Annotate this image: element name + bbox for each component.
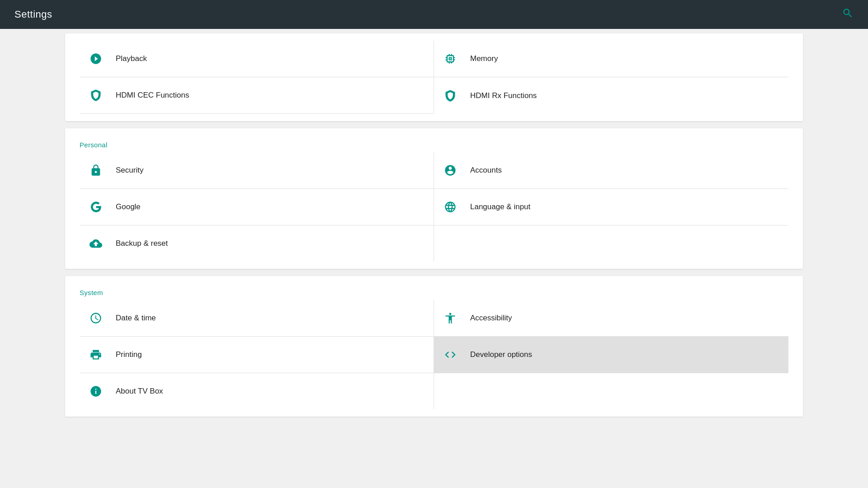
search-button[interactable] [842,7,854,22]
playback-label: Playback [116,54,147,63]
memory-icon [441,50,459,68]
language-label: Language & input [470,202,530,211]
sidebar-item-language[interactable]: Language & input [434,189,788,225]
system-section-card: System Date & time Accessibility [65,276,803,417]
hdmi-cec-label: HDMI CEC Functions [116,91,189,100]
sidebar-item-about[interactable]: About TV Box [80,373,434,409]
datetime-label: Date & time [116,314,156,323]
google-label: Google [116,202,141,211]
accounts-icon [441,161,459,179]
accounts-label: Accounts [470,166,502,175]
about-label: About TV Box [116,387,163,396]
language-icon [441,198,459,216]
sidebar-item-security[interactable]: Security [80,152,434,189]
sidebar-item-google[interactable]: Google [80,189,434,225]
system-header: System [80,283,788,300]
device-grid: Playback Memory HDMI CEC Functions [80,41,788,114]
sidebar-item-hdmi-cec[interactable]: HDMI CEC Functions [80,77,434,114]
developer-label: Developer options [470,350,532,359]
printing-label: Printing [116,350,142,359]
system-grid: Date & time Accessibility Printing [80,300,788,409]
sidebar-item-accounts[interactable]: Accounts [434,152,788,189]
backup-label: Backup & reset [116,239,168,248]
personal-header: Personal [80,136,788,152]
settings-content: Playback Memory HDMI CEC Functions [0,29,868,488]
security-label: Security [116,166,143,175]
sidebar-item-datetime[interactable]: Date & time [80,300,434,337]
sidebar-item-memory[interactable]: Memory [434,41,788,77]
security-icon [87,161,105,179]
topbar: Settings [0,0,868,29]
printing-icon [87,346,105,364]
hdmi-rx-icon [441,87,459,105]
datetime-icon [87,309,105,327]
sidebar-item-accessibility[interactable]: Accessibility [434,300,788,337]
about-icon [87,382,105,400]
page-title: Settings [14,9,52,20]
sidebar-item-playback[interactable]: Playback [80,41,434,77]
sidebar-item-backup[interactable]: Backup & reset [80,225,434,262]
developer-icon [441,346,459,364]
memory-label: Memory [470,54,498,63]
accessibility-label: Accessibility [470,314,512,323]
personal-section-card: Personal Security Accounts [65,128,803,269]
hdmi-cec-icon [87,86,105,104]
accessibility-icon [441,309,459,327]
backup-icon [87,235,105,253]
device-section-card: Playback Memory HDMI CEC Functions [65,33,803,121]
sidebar-item-printing[interactable]: Printing [80,337,434,373]
hdmi-rx-label: HDMI Rx Functions [470,91,537,100]
personal-grid: Security Accounts Google [80,152,788,262]
playback-icon [87,50,105,68]
sidebar-item-developer[interactable]: Developer options [434,337,788,373]
google-icon [87,198,105,216]
sidebar-item-hdmi-rx[interactable]: HDMI Rx Functions [434,77,788,114]
